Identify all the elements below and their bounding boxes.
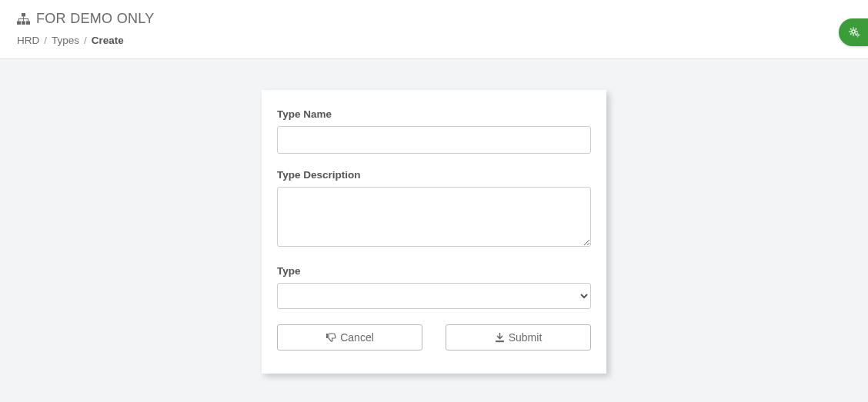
- content-area: Type Name Type Description Type Cance: [0, 59, 868, 402]
- page-title: FOR DEMO ONLY: [36, 11, 155, 27]
- svg-rect-3: [26, 22, 30, 25]
- page-header: FOR DEMO ONLY HRD / Types / Create: [0, 0, 868, 59]
- svg-line-18: [856, 28, 856, 29]
- submit-button[interactable]: Submit: [446, 324, 591, 351]
- cancel-button[interactable]: Cancel: [277, 324, 422, 351]
- breadcrumb: HRD / Types / Create: [17, 35, 851, 46]
- breadcrumb-item-types[interactable]: Types: [52, 35, 79, 46]
- svg-line-17: [850, 34, 851, 35]
- form-group-description: Type Description: [277, 169, 591, 250]
- download-icon: [495, 333, 505, 343]
- button-row: Cancel Submit: [277, 324, 591, 351]
- thumbs-down-icon: [326, 333, 336, 343]
- svg-rect-7: [23, 18, 24, 22]
- svg-rect-9: [496, 341, 504, 342]
- submit-button-label: Submit: [509, 331, 542, 344]
- svg-line-16: [856, 34, 856, 35]
- sitemap-icon: [17, 13, 30, 25]
- svg-rect-8: [28, 18, 28, 22]
- cancel-button-label: Cancel: [340, 331, 374, 344]
- svg-point-19: [856, 34, 858, 35]
- form-group-name: Type Name: [277, 108, 591, 154]
- select-type[interactable]: [277, 283, 591, 309]
- input-type-name[interactable]: [277, 126, 591, 154]
- breadcrumb-separator: /: [44, 35, 47, 46]
- breadcrumb-separator: /: [84, 35, 87, 46]
- page-title-row: FOR DEMO ONLY: [17, 11, 851, 27]
- gears-icon: [846, 25, 861, 39]
- form-card: Type Name Type Description Type Cance: [262, 90, 606, 374]
- svg-rect-2: [22, 22, 25, 25]
- input-type-description[interactable]: [277, 187, 591, 247]
- label-type-name: Type Name: [277, 108, 591, 120]
- svg-rect-0: [22, 13, 25, 17]
- breadcrumb-item-create: Create: [92, 35, 124, 46]
- form-group-type: Type: [277, 265, 591, 309]
- svg-rect-1: [17, 22, 21, 25]
- svg-rect-6: [18, 18, 19, 22]
- svg-line-15: [850, 28, 851, 29]
- svg-point-10: [852, 30, 855, 33]
- label-type-description: Type Description: [277, 169, 591, 181]
- label-type: Type: [277, 265, 591, 277]
- breadcrumb-item-hrd[interactable]: HRD: [17, 35, 39, 46]
- settings-fab[interactable]: [839, 18, 868, 46]
